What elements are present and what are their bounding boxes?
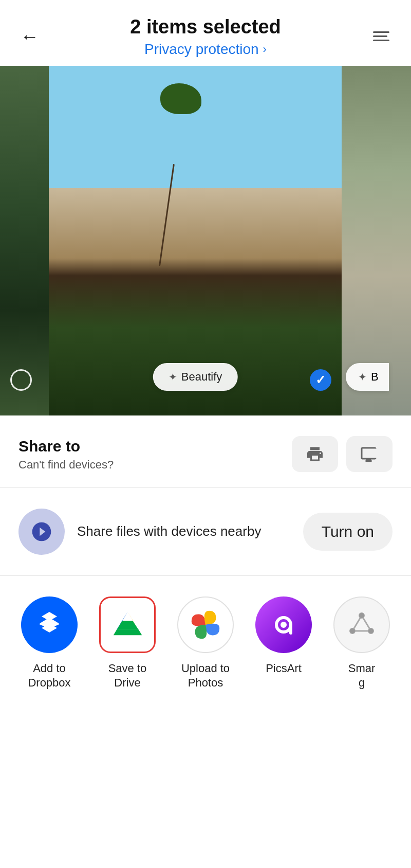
beautify-button[interactable]: ✦ Beautify (153, 363, 238, 391)
photos-label: Upload toPhotos (181, 661, 230, 691)
chevron-right-icon: › (263, 43, 267, 56)
app-item-smart[interactable]: Smarg (323, 596, 401, 691)
share-section: Share to Can't find devices? (0, 415, 411, 487)
nearby-arrow-icon (30, 520, 53, 543)
beautify-button-right[interactable]: ✦ B (346, 363, 389, 391)
screen-button[interactable] (346, 436, 393, 472)
select-circle-left[interactable] (10, 369, 32, 391)
beautify-right-label: B (371, 370, 379, 384)
drive-logo-2 (111, 610, 144, 640)
header-center: 2 items selected Privacy protection › (45, 15, 366, 58)
dropbox-icon (21, 596, 78, 653)
share-text: Share to Can't find devices? (18, 436, 114, 472)
dropbox-label: Add toDropbox (28, 661, 70, 691)
star-icon-right: ✦ (358, 371, 367, 383)
select-circle-checked[interactable]: ✓ (310, 369, 331, 391)
smart-label: Smarg (348, 661, 376, 691)
drive-label: Save toDrive (108, 661, 147, 691)
check-icon: ✓ (315, 373, 326, 387)
checklist-button[interactable] (366, 21, 397, 52)
nearby-section: Share files with devices nearby Turn on (0, 488, 411, 575)
gallery-item-center[interactable]: ✦ Beautify ✓ (49, 66, 342, 415)
checklist-icon (373, 31, 389, 41)
app-item-photos[interactable]: Upload toPhotos (166, 596, 245, 691)
apps-section: Add toDropbox Save t (0, 576, 411, 711)
nearby-description: Share files with devices nearby (77, 522, 261, 540)
smart-icon-container (333, 596, 390, 653)
picsart-icon-container (255, 596, 312, 653)
smart-logo (345, 608, 378, 641)
app-item-picsart[interactable]: PicsArt (245, 596, 323, 676)
svg-point-9 (359, 613, 364, 618)
apps-row: Add toDropbox Save t (10, 596, 401, 691)
screen-icon (360, 445, 379, 463)
app-item-dropbox[interactable]: Add toDropbox (10, 596, 88, 691)
gallery-item-left[interactable] (0, 66, 49, 415)
dropbox-logo (34, 609, 65, 640)
nearby-left: Share files with devices nearby (18, 509, 261, 555)
app-item-drive[interactable]: Save toDrive (88, 596, 166, 691)
image-gallery: ✦ Beautify ✓ ✦ B (0, 66, 411, 415)
star-icon: ✦ (169, 371, 177, 383)
svg-line-7 (362, 616, 371, 631)
svg-point-1 (281, 622, 287, 628)
share-header: Share to Can't find devices? (18, 436, 393, 472)
photos-logo (188, 607, 223, 642)
header: ← 2 items selected Privacy protection › (0, 0, 411, 66)
svg-point-11 (368, 628, 373, 634)
picsart-logo (267, 608, 300, 641)
page-title: 2 items selected (45, 15, 366, 39)
turn-on-button[interactable]: Turn on (303, 513, 393, 551)
gallery-item-right[interactable]: ✦ B (342, 66, 411, 415)
photos-icon-container (177, 596, 234, 653)
nearby-share-icon (18, 509, 65, 555)
svg-point-10 (350, 628, 355, 634)
drive-icon-container (99, 596, 156, 653)
share-title: Share to (18, 436, 114, 456)
back-button[interactable]: ← (14, 21, 45, 52)
left-photo (0, 66, 49, 415)
print-button[interactable] (292, 436, 338, 472)
device-icons (292, 436, 393, 472)
share-subtitle: Can't find devices? (18, 458, 114, 472)
svg-line-6 (352, 616, 362, 631)
back-arrow-icon: ← (21, 26, 39, 47)
privacy-protection-link[interactable]: Privacy protection › (45, 41, 366, 58)
picsart-label: PicsArt (266, 661, 302, 676)
printer-icon (306, 445, 324, 463)
